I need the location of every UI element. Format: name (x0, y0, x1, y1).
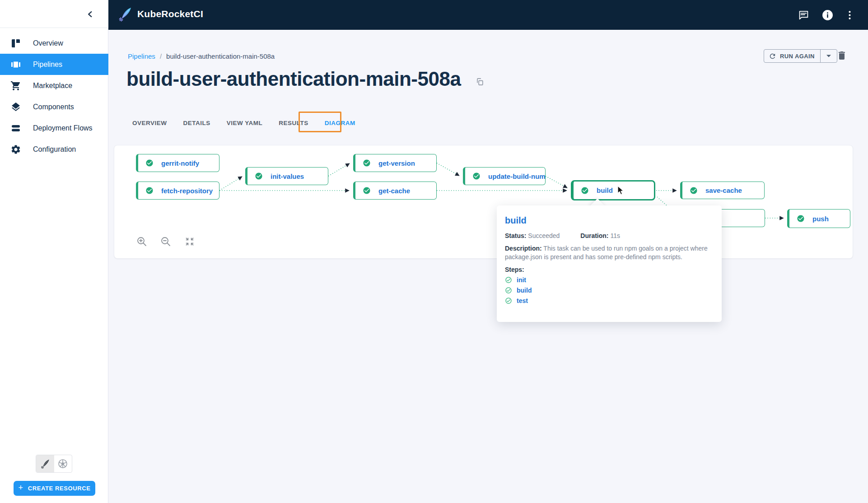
sidebar-item-label: Deployment Flows (33, 124, 93, 132)
check-circle-icon (145, 186, 154, 195)
page-title: build-user-authentication-main-508a (126, 68, 461, 90)
task-node-label: update-build-num… (488, 172, 545, 180)
task-tooltip: build Status: Succeeded Duration: 11s De… (497, 205, 722, 322)
step-label: init (517, 276, 526, 284)
diagram-zoom-controls (136, 236, 196, 247)
cart-icon (10, 80, 21, 91)
sidebar-item-label: Overview (33, 39, 63, 47)
tab-results[interactable]: RESULTS (279, 117, 308, 129)
tooltip-title: build (505, 215, 714, 226)
status-label: Status: (505, 232, 526, 239)
description-label: Description: (505, 245, 542, 252)
tab-details[interactable]: DETAILS (183, 117, 210, 129)
steps-label: Steps: (505, 266, 714, 273)
task-node-get-version[interactable]: get-version (353, 154, 437, 172)
app-header: KubeRocketCI (0, 0, 868, 30)
task-node-init-values[interactable]: init-values (245, 167, 328, 185)
check-circle-icon (255, 172, 263, 180)
sidebar-item-overview[interactable]: Overview (0, 33, 108, 54)
sidebar: Overview Pipelines Marketplace Component… (0, 0, 108, 503)
sidebar-item-label: Configuration (33, 145, 76, 154)
refresh-icon (769, 52, 776, 60)
tab-diagram[interactable]: DIAGRAM (325, 117, 355, 129)
run-again-label: RUN AGAIN (780, 53, 815, 60)
sidebar-header (0, 0, 108, 28)
rocket-toggle-icon[interactable] (36, 455, 54, 472)
dashboard-icon (10, 38, 21, 49)
step-item-test[interactable]: test (505, 297, 714, 304)
duration-value: 11s (610, 232, 620, 239)
layers-icon (10, 102, 21, 112)
run-again-split-button: RUN AGAIN (764, 49, 837, 63)
step-check-icon (505, 276, 512, 284)
sidebar-item-pipelines[interactable]: Pipelines (0, 54, 108, 75)
task-node-save-cache[interactable]: save-cache (680, 182, 765, 199)
task-node-label: fetch-repository (161, 187, 213, 195)
task-node-label: gerrit-notify (161, 159, 199, 167)
zoom-out-icon[interactable] (160, 236, 172, 247)
run-again-dropdown-button[interactable] (820, 50, 837, 62)
task-node-get-cache[interactable]: get-cache (353, 182, 437, 200)
status-value: Succeeded (528, 232, 560, 239)
pipelines-icon (10, 59, 21, 70)
step-label: test (517, 297, 528, 304)
task-node-update-build-number[interactable]: update-build-num… (463, 167, 546, 185)
tab-overview[interactable]: OVERVIEW (132, 117, 167, 129)
kebab-menu-icon[interactable] (844, 9, 855, 21)
tooltip-description: Description: This task can be used to ru… (505, 244, 716, 261)
app-title: KubeRocketCI (137, 9, 203, 19)
diagram-edges (114, 145, 853, 259)
copy-icon[interactable] (476, 77, 484, 87)
step-item-build[interactable]: build (505, 287, 714, 294)
flows-icon (10, 123, 21, 134)
rocket-logo-icon (118, 6, 132, 22)
chevron-down-icon (826, 54, 831, 58)
create-resource-button[interactable]: + CREATE RESOURCE (14, 481, 95, 496)
check-circle-icon (363, 186, 371, 195)
breadcrumb-current: build-user-authentication-main-508a (166, 52, 275, 60)
info-icon[interactable] (822, 9, 833, 21)
plus-icon: + (19, 483, 23, 493)
check-circle-icon (581, 186, 589, 195)
check-circle-icon (690, 186, 698, 195)
task-node-fetch-repository[interactable]: fetch-repository (136, 182, 219, 200)
sidebar-item-label: Components (33, 103, 74, 111)
check-circle-icon (797, 214, 805, 223)
breadcrumb-separator: / (160, 52, 162, 60)
task-node-label: get-cache (378, 187, 410, 195)
create-resource-label: CREATE RESOURCE (28, 485, 91, 492)
sidebar-item-configuration[interactable]: Configuration (0, 139, 108, 160)
step-item-init[interactable]: init (505, 276, 714, 284)
sidebar-item-components[interactable]: Components (0, 96, 108, 117)
duration-label: Duration: (580, 232, 608, 239)
sidebar-item-label: Marketplace (33, 82, 72, 90)
check-circle-icon (145, 159, 154, 167)
breadcrumb: Pipelines / build-user-authentication-ma… (128, 52, 275, 60)
tab-bar: OVERVIEW DETAILS VIEW YAML RESULTS DIAGR… (132, 117, 355, 129)
check-circle-icon (472, 172, 481, 180)
task-node-label: push (812, 215, 829, 223)
task-node-label: save-cache (705, 186, 742, 194)
task-node-gerrit-notify[interactable]: gerrit-notify (136, 154, 219, 172)
task-node-label: build (597, 186, 613, 194)
step-check-icon (505, 287, 512, 294)
sidebar-item-deployment-flows[interactable]: Deployment Flows (0, 117, 108, 139)
collapse-chevron-icon[interactable] (84, 8, 96, 20)
check-circle-icon (363, 159, 371, 167)
task-node-label: init-values (271, 172, 304, 180)
zoom-in-icon[interactable] (136, 236, 148, 247)
delete-icon[interactable] (836, 50, 847, 61)
fit-view-icon[interactable] (184, 236, 196, 247)
gear-icon (10, 144, 21, 155)
step-check-icon (505, 297, 512, 304)
task-node-build[interactable]: build (571, 180, 655, 200)
tooltip-status-row: Status: Succeeded Duration: 11s (505, 232, 714, 239)
chat-icon[interactable] (798, 9, 809, 21)
run-again-button[interactable]: RUN AGAIN (764, 50, 820, 62)
task-node-push[interactable]: push (787, 209, 850, 228)
sidebar-item-marketplace[interactable]: Marketplace (0, 75, 108, 96)
kubernetes-toggle-icon[interactable] (54, 455, 72, 472)
breadcrumb-pipelines-link[interactable]: Pipelines (128, 52, 155, 60)
tab-view-yaml[interactable]: VIEW YAML (227, 117, 263, 129)
cluster-toggle-group (36, 455, 72, 473)
